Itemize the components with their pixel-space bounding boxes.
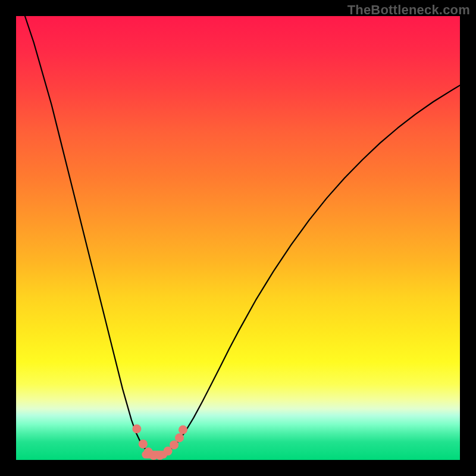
chart-frame: TheBottleneck.com: [0, 0, 476, 476]
watermark-text: TheBottleneck.com: [347, 2, 470, 18]
plot-gradient-background: [16, 16, 460, 460]
